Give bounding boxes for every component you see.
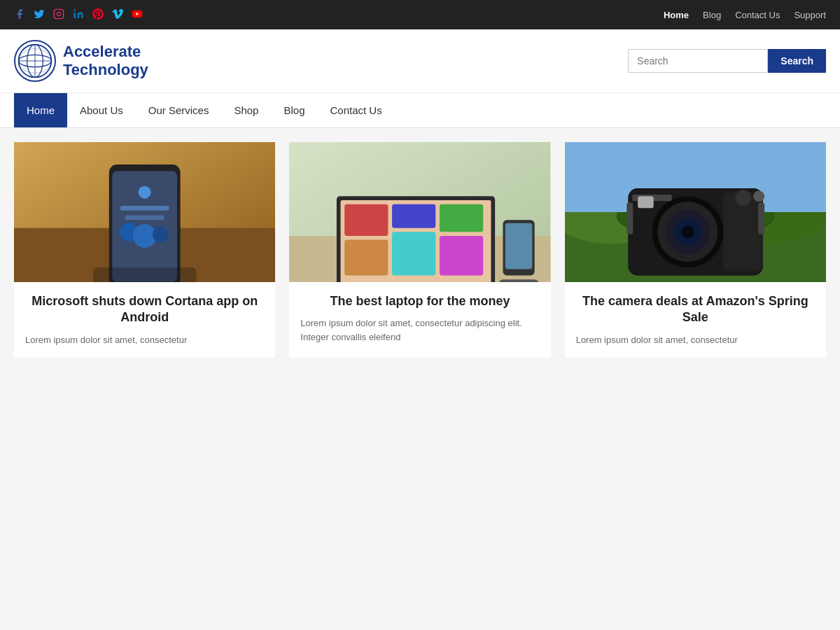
- svg-rect-46: [125, 216, 164, 220]
- search-button[interactable]: Search: [768, 49, 826, 73]
- svg-rect-62: [440, 236, 483, 276]
- article-cards: Microsoft shuts down Cortana app on Andr…: [0, 128, 840, 372]
- topbar-nav-support[interactable]: Support: [794, 10, 826, 20]
- svg-rect-58: [392, 204, 435, 228]
- search-area: Search: [628, 49, 826, 73]
- card-laptop-text: Lorem ipsum dolor sit amet, consectetur …: [300, 316, 539, 344]
- card-laptop: The best laptop for the money Lorem ipsu…: [289, 142, 550, 358]
- vimeo-icon[interactable]: [112, 8, 123, 22]
- svg-rect-60: [345, 240, 388, 276]
- topbar-nav-home[interactable]: Home: [664, 10, 689, 20]
- svg-point-82: [735, 190, 751, 206]
- svg-point-79: [681, 225, 694, 238]
- facebook-icon[interactable]: [14, 8, 25, 22]
- main-nav: Home About Us Our Services Shop Blog Con…: [0, 93, 840, 128]
- card-camera-text: Lorem ipsum dolor sit amet, consectetur: [576, 333, 815, 347]
- social-links: [14, 8, 143, 22]
- site-header: Accelerate Technology Search: [0, 29, 840, 93]
- nav-shop[interactable]: Shop: [221, 93, 271, 127]
- svg-point-44: [139, 186, 151, 199]
- youtube-icon[interactable]: [132, 8, 143, 22]
- svg-point-83: [753, 190, 764, 202]
- svg-point-2: [74, 9, 76, 11]
- topbar-nav-contact[interactable]: Contact Us: [735, 10, 780, 20]
- svg-rect-84: [626, 202, 633, 234]
- nav-contact[interactable]: Contact Us: [318, 93, 395, 127]
- pinterest-icon[interactable]: [92, 8, 104, 22]
- card-cortana: Microsoft shuts down Cortana app on Andr…: [14, 142, 275, 358]
- svg-rect-64: [505, 223, 532, 270]
- card-cortana-body: Microsoft shuts down Cortana app on Andr…: [14, 282, 275, 358]
- nav-home[interactable]: Home: [14, 93, 67, 127]
- linkedin-icon[interactable]: [73, 8, 84, 22]
- svg-rect-57: [345, 204, 388, 236]
- card-laptop-image: [289, 142, 550, 282]
- instagram-icon[interactable]: [53, 8, 64, 22]
- card-cortana-text: Lorem ipsum dolor sit amet, consectetur: [25, 333, 264, 347]
- card-camera-body: The camera deals at Amazon's Spring Sale…: [565, 282, 826, 358]
- search-input[interactable]: [628, 49, 768, 73]
- svg-rect-50: [93, 267, 196, 282]
- card-cortana-image: [14, 142, 275, 282]
- card-cortana-title: Microsoft shuts down Cortana app on Andr…: [25, 293, 264, 326]
- twitter-icon[interactable]: [34, 8, 45, 22]
- top-bar: Home Blog Contact Us Support: [0, 0, 840, 29]
- svg-rect-45: [120, 206, 169, 211]
- logo-line1: Accelerate: [63, 43, 141, 60]
- svg-rect-0: [54, 9, 63, 18]
- nav-about[interactable]: About Us: [67, 93, 136, 127]
- svg-rect-85: [758, 202, 764, 234]
- nav-services[interactable]: Our Services: [136, 93, 222, 127]
- svg-rect-61: [392, 232, 435, 275]
- topbar-nav-blog[interactable]: Blog: [703, 10, 721, 20]
- card-camera-title: The camera deals at Amazon's Spring Sale: [576, 293, 815, 326]
- card-camera-image: [565, 142, 826, 282]
- card-camera: The camera deals at Amazon's Spring Sale…: [565, 142, 826, 358]
- card-laptop-body: The best laptop for the money Lorem ipsu…: [289, 282, 550, 355]
- svg-rect-59: [440, 204, 483, 232]
- svg-rect-81: [638, 196, 654, 208]
- svg-rect-65: [499, 279, 539, 282]
- topbar-nav: Home Blog Contact Us Support: [664, 10, 826, 20]
- card-laptop-title: The best laptop for the money: [300, 293, 539, 309]
- logo-area: Accelerate Technology: [14, 40, 148, 82]
- logo-text: Accelerate Technology: [63, 43, 148, 80]
- nav-blog[interactable]: Blog: [271, 93, 317, 127]
- logo-line2: Technology: [63, 61, 148, 78]
- logo-icon: [14, 40, 56, 82]
- svg-point-49: [153, 226, 169, 242]
